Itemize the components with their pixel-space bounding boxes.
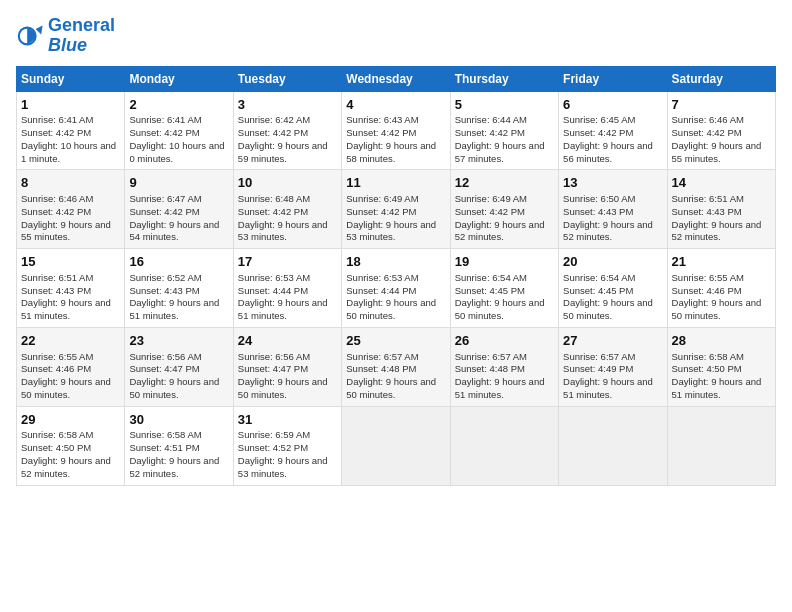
daylight-label: Daylight: 9 hours and 50 minutes. (129, 376, 219, 400)
calendar-cell: 25 Sunrise: 6:57 AM Sunset: 4:48 PM Dayl… (342, 327, 450, 406)
calendar-table: SundayMondayTuesdayWednesdayThursdayFrid… (16, 66, 776, 486)
sunrise-label: Sunrise: 6:58 AM (672, 351, 744, 362)
sunset-label: Sunset: 4:46 PM (672, 285, 742, 296)
sunset-label: Sunset: 4:50 PM (672, 363, 742, 374)
day-number: 9 (129, 174, 228, 192)
calendar-cell: 29 Sunrise: 6:58 AM Sunset: 4:50 PM Dayl… (17, 406, 125, 485)
sunrise-label: Sunrise: 6:51 AM (672, 193, 744, 204)
sunrise-label: Sunrise: 6:53 AM (238, 272, 310, 283)
weekday-header-thursday: Thursday (450, 66, 558, 91)
calendar-cell: 9 Sunrise: 6:47 AM Sunset: 4:42 PM Dayli… (125, 170, 233, 249)
sunset-label: Sunset: 4:43 PM (21, 285, 91, 296)
logo-blue: Blue (48, 36, 115, 56)
calendar-cell: 15 Sunrise: 6:51 AM Sunset: 4:43 PM Dayl… (17, 249, 125, 328)
sunset-label: Sunset: 4:42 PM (21, 127, 91, 138)
sunset-label: Sunset: 4:51 PM (129, 442, 199, 453)
sunrise-label: Sunrise: 6:54 AM (455, 272, 527, 283)
weekday-header-saturday: Saturday (667, 66, 775, 91)
sunset-label: Sunset: 4:46 PM (21, 363, 91, 374)
sunrise-label: Sunrise: 6:56 AM (238, 351, 310, 362)
daylight-label: Daylight: 9 hours and 50 minutes. (672, 297, 762, 321)
logo: General Blue (16, 16, 115, 56)
day-number: 18 (346, 253, 445, 271)
daylight-label: Daylight: 9 hours and 57 minutes. (455, 140, 545, 164)
weekday-header-sunday: Sunday (17, 66, 125, 91)
calendar-cell: 1 Sunrise: 6:41 AM Sunset: 4:42 PM Dayli… (17, 91, 125, 170)
daylight-label: Daylight: 9 hours and 52 minutes. (21, 455, 111, 479)
sunset-label: Sunset: 4:44 PM (238, 285, 308, 296)
daylight-label: Daylight: 9 hours and 52 minutes. (672, 219, 762, 243)
calendar-cell: 6 Sunrise: 6:45 AM Sunset: 4:42 PM Dayli… (559, 91, 667, 170)
sunset-label: Sunset: 4:48 PM (346, 363, 416, 374)
sunrise-label: Sunrise: 6:48 AM (238, 193, 310, 204)
weekday-header-friday: Friday (559, 66, 667, 91)
sunrise-label: Sunrise: 6:46 AM (21, 193, 93, 204)
day-number: 31 (238, 411, 337, 429)
sunset-label: Sunset: 4:48 PM (455, 363, 525, 374)
calendar-cell: 12 Sunrise: 6:49 AM Sunset: 4:42 PM Dayl… (450, 170, 558, 249)
sunrise-label: Sunrise: 6:41 AM (129, 114, 201, 125)
calendar-cell (667, 406, 775, 485)
daylight-label: Daylight: 10 hours and 1 minute. (21, 140, 116, 164)
calendar-week-3: 15 Sunrise: 6:51 AM Sunset: 4:43 PM Dayl… (17, 249, 776, 328)
sunset-label: Sunset: 4:47 PM (238, 363, 308, 374)
calendar-cell: 11 Sunrise: 6:49 AM Sunset: 4:42 PM Dayl… (342, 170, 450, 249)
sunrise-label: Sunrise: 6:51 AM (21, 272, 93, 283)
daylight-label: Daylight: 9 hours and 53 minutes. (238, 219, 328, 243)
sunset-label: Sunset: 4:42 PM (238, 127, 308, 138)
daylight-label: Daylight: 9 hours and 50 minutes. (346, 376, 436, 400)
weekday-header-tuesday: Tuesday (233, 66, 341, 91)
calendar-cell: 7 Sunrise: 6:46 AM Sunset: 4:42 PM Dayli… (667, 91, 775, 170)
weekday-header-row: SundayMondayTuesdayWednesdayThursdayFrid… (17, 66, 776, 91)
day-number: 15 (21, 253, 120, 271)
sunset-label: Sunset: 4:42 PM (21, 206, 91, 217)
daylight-label: Daylight: 9 hours and 50 minutes. (346, 297, 436, 321)
daylight-label: Daylight: 9 hours and 52 minutes. (455, 219, 545, 243)
sunset-label: Sunset: 4:42 PM (129, 127, 199, 138)
daylight-label: Daylight: 9 hours and 58 minutes. (346, 140, 436, 164)
daylight-label: Daylight: 9 hours and 51 minutes. (238, 297, 328, 321)
calendar-cell (342, 406, 450, 485)
calendar-cell: 26 Sunrise: 6:57 AM Sunset: 4:48 PM Dayl… (450, 327, 558, 406)
sunrise-label: Sunrise: 6:50 AM (563, 193, 635, 204)
sunrise-label: Sunrise: 6:57 AM (455, 351, 527, 362)
calendar-week-5: 29 Sunrise: 6:58 AM Sunset: 4:50 PM Dayl… (17, 406, 776, 485)
calendar-cell: 28 Sunrise: 6:58 AM Sunset: 4:50 PM Dayl… (667, 327, 775, 406)
calendar-cell: 4 Sunrise: 6:43 AM Sunset: 4:42 PM Dayli… (342, 91, 450, 170)
daylight-label: Daylight: 9 hours and 51 minutes. (455, 376, 545, 400)
daylight-label: Daylight: 9 hours and 51 minutes. (563, 376, 653, 400)
sunset-label: Sunset: 4:45 PM (455, 285, 525, 296)
day-number: 23 (129, 332, 228, 350)
calendar-cell (450, 406, 558, 485)
sunrise-label: Sunrise: 6:44 AM (455, 114, 527, 125)
calendar-cell: 16 Sunrise: 6:52 AM Sunset: 4:43 PM Dayl… (125, 249, 233, 328)
sunrise-label: Sunrise: 6:59 AM (238, 429, 310, 440)
sunrise-label: Sunrise: 6:46 AM (672, 114, 744, 125)
calendar-cell: 10 Sunrise: 6:48 AM Sunset: 4:42 PM Dayl… (233, 170, 341, 249)
daylight-label: Daylight: 9 hours and 52 minutes. (129, 455, 219, 479)
day-number: 5 (455, 96, 554, 114)
day-number: 21 (672, 253, 771, 271)
daylight-label: Daylight: 9 hours and 56 minutes. (563, 140, 653, 164)
day-number: 7 (672, 96, 771, 114)
day-number: 1 (21, 96, 120, 114)
sunrise-label: Sunrise: 6:57 AM (563, 351, 635, 362)
day-number: 3 (238, 96, 337, 114)
day-number: 25 (346, 332, 445, 350)
calendar-cell: 17 Sunrise: 6:53 AM Sunset: 4:44 PM Dayl… (233, 249, 341, 328)
day-number: 30 (129, 411, 228, 429)
day-number: 28 (672, 332, 771, 350)
sunset-label: Sunset: 4:42 PM (129, 206, 199, 217)
daylight-label: Daylight: 9 hours and 59 minutes. (238, 140, 328, 164)
day-number: 27 (563, 332, 662, 350)
calendar-cell: 23 Sunrise: 6:56 AM Sunset: 4:47 PM Dayl… (125, 327, 233, 406)
sunrise-label: Sunrise: 6:49 AM (346, 193, 418, 204)
sunset-label: Sunset: 4:47 PM (129, 363, 199, 374)
day-number: 29 (21, 411, 120, 429)
daylight-label: Daylight: 9 hours and 50 minutes. (21, 376, 111, 400)
sunset-label: Sunset: 4:43 PM (563, 206, 633, 217)
daylight-label: Daylight: 9 hours and 51 minutes. (672, 376, 762, 400)
sunset-label: Sunset: 4:42 PM (455, 206, 525, 217)
day-number: 17 (238, 253, 337, 271)
sunset-label: Sunset: 4:49 PM (563, 363, 633, 374)
